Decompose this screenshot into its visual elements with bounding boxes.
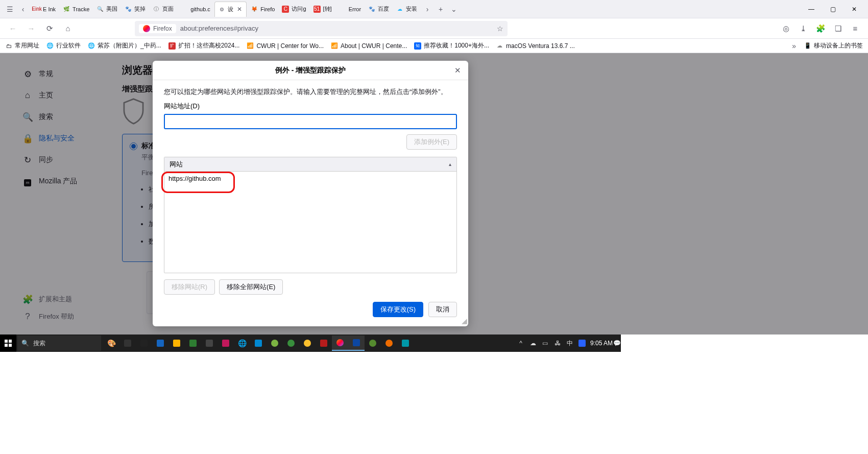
tab-label: github.co — [190, 6, 210, 12]
tray-network-icon[interactable]: 🖧 — [553, 339, 562, 347]
bookmark-item[interactable]: 🌐紫苏（附图片）_中药... — [88, 41, 161, 50]
library-button[interactable]: ❏ — [830, 21, 846, 36]
tray-chevron-icon[interactable]: ^ — [517, 339, 525, 347]
bookmark-favicon: 🗀 — [5, 42, 12, 50]
bookmark-item[interactable]: 📶CWUR | Center for Wo... — [247, 42, 324, 50]
tab-favicon — [181, 6, 188, 13]
taskbar-app-6[interactable] — [201, 336, 218, 351]
tab-favicon: Eink — [33, 6, 40, 13]
window-close-button[interactable]: ✕ — [843, 2, 865, 16]
taskbar-app-firefox[interactable] — [332, 336, 348, 351]
address-input[interactable] — [164, 114, 457, 129]
svg-rect-3 — [9, 344, 12, 347]
account-button[interactable]: ◎ — [778, 21, 793, 36]
nav-reload-button[interactable]: ⟳ — [42, 21, 57, 36]
tray-notifications-icon[interactable]: 💬 — [613, 339, 621, 347]
bookmark-item[interactable]: 🗀常用网址 — [5, 41, 39, 50]
remove-site-button[interactable]: 移除网站(R) — [164, 279, 215, 295]
url-bar[interactable]: Firefox about:preferences#privacy ☆ — [135, 21, 508, 36]
taskbar-app-9[interactable] — [250, 336, 267, 351]
all-tabs-button[interactable]: ⌄ — [447, 2, 461, 16]
nav-home-button[interactable]: ⌂ — [60, 21, 76, 36]
taskbar-app-explorer[interactable] — [168, 336, 185, 351]
bookmark-favicon: 📶 — [247, 42, 254, 50]
browser-tab[interactable]: C访问g — [279, 2, 309, 17]
identity-label: Firefox — [153, 25, 172, 32]
windows-taskbar: 🔍 搜索 🎨 🌐 ^ ☁ ▭ 🖧 中 9:05 AM 💬 — [0, 334, 621, 352]
tab-label: 页面 — [162, 5, 174, 13]
system-tray: ^ ☁ ▭ 🖧 中 — [517, 339, 590, 347]
resize-grip-icon[interactable]: ◢ — [460, 318, 467, 325]
taskbar-app-vscode[interactable] — [348, 336, 365, 351]
browser-tab[interactable]: 🐾百度 — [365, 2, 392, 17]
browser-tab[interactable]: 51[转] — [310, 2, 335, 17]
browser-tab[interactable]: 🌿Tracke — [60, 2, 92, 17]
taskbar-app-7[interactable] — [218, 336, 234, 351]
window-minimize-button[interactable]: ― — [801, 2, 822, 16]
app-menu-button[interactable]: ≡ — [848, 21, 863, 36]
tray-battery-icon[interactable]: ▭ — [541, 339, 549, 347]
tray-ime-icon[interactable]: 中 — [566, 339, 574, 347]
bookmarks-overflow-button[interactable]: » — [789, 42, 799, 50]
browser-tab[interactable]: ⓘ页面 — [150, 2, 177, 17]
add-exception-button[interactable]: 添加例外(E) — [406, 134, 457, 150]
nav-forward-button[interactable]: → — [23, 21, 39, 36]
bookmark-item[interactable]: 扩扩招！这些高校2024... — [168, 41, 240, 50]
tray-baidu-icon[interactable] — [578, 339, 586, 347]
browser-tab[interactable]: 🔍美国 — [93, 2, 120, 17]
bookmarks-bar: 🗀常用网址🌐行业软件🌐紫苏（附图片）_中药...扩扩招！这些高校2024...📶… — [0, 39, 868, 53]
browser-tab[interactable]: 🦊Firefo — [248, 2, 278, 17]
tab-favicon: ☁ — [396, 6, 403, 13]
new-tab-button[interactable]: + — [434, 2, 447, 16]
taskbar-app-1[interactable] — [119, 336, 136, 351]
browser-tab[interactable]: EinkE Ink — [30, 2, 59, 17]
tray-onedrive-icon[interactable]: ☁ — [529, 339, 537, 347]
browser-tab[interactable]: github.co — [178, 2, 213, 17]
site-row[interactable]: https://github.com — [164, 172, 456, 185]
sites-table-header[interactable]: 网站 ▴ — [164, 157, 456, 172]
taskbar-app-3[interactable] — [152, 336, 168, 351]
bookmark-label: About | CWUR | Cente... — [341, 42, 407, 50]
bookmark-item[interactable]: 📶About | CWUR | Cente... — [331, 42, 407, 50]
bookmark-star-icon[interactable]: ☆ — [497, 25, 503, 33]
taskbar-app-2[interactable] — [136, 336, 152, 351]
bookmark-label: 推荐收藏！1000+海外... — [424, 41, 489, 50]
dialog-close-button[interactable]: ✕ — [452, 65, 463, 76]
downloads-button[interactable]: ⤓ — [795, 21, 811, 36]
taskbar-app-11[interactable] — [283, 336, 299, 351]
extensions-button[interactable]: 🧩 — [813, 21, 828, 36]
taskbar-clock[interactable]: 9:05 AM — [590, 340, 613, 347]
browser-tab[interactable]: ☁安装 — [393, 2, 420, 17]
svg-rect-1 — [9, 340, 12, 343]
cancel-button[interactable]: 取消 — [428, 302, 457, 317]
bookmark-item[interactable]: ☁macOS Ventura 13.6.7 ... — [496, 42, 575, 50]
nav-back-button[interactable]: ← — [5, 21, 20, 36]
browser-tab[interactable]: Error — [336, 2, 364, 17]
taskbar-app-paint[interactable]: 🎨 — [103, 336, 119, 351]
tabs-scroll-right-button[interactable]: › — [421, 2, 434, 16]
taskbar-app-5[interactable] — [185, 336, 201, 351]
bookmark-item[interactable]: 🌐行业软件 — [46, 41, 81, 50]
taskbar-app-12[interactable] — [299, 336, 316, 351]
mobile-bookmarks-item[interactable]: 📱 移动设备上的书签 — [804, 41, 863, 50]
sidebar-toggle-button[interactable]: ☰ — [3, 2, 16, 16]
taskbar-search[interactable]: 🔍 搜索 — [17, 336, 101, 351]
taskbar-app-10[interactable] — [267, 336, 283, 351]
remove-all-sites-button[interactable]: 移除全部网站(E) — [219, 279, 283, 295]
start-button[interactable] — [0, 334, 16, 352]
identity-box[interactable]: Firefox — [139, 24, 176, 33]
taskbar-app-17[interactable] — [381, 336, 397, 351]
tabs-scroll-left-button[interactable]: ‹ — [16, 2, 30, 16]
taskbar-app-filezilla[interactable] — [316, 336, 332, 351]
taskbar-app-16[interactable] — [365, 336, 381, 351]
browser-tab[interactable]: 🐾笑掉 — [122, 2, 149, 17]
window-maximize-button[interactable]: ▢ — [822, 2, 843, 16]
browser-tab[interactable]: ⚙设✕ — [214, 2, 247, 17]
taskbar-app-chrome[interactable]: 🌐 — [234, 336, 250, 351]
tab-close-button[interactable]: ✕ — [236, 6, 243, 13]
taskbar-app-18[interactable] — [397, 336, 414, 351]
bookmark-item[interactable]: 知推荐收藏！1000+海外... — [414, 41, 489, 50]
tab-favicon: 🔍 — [97, 6, 104, 13]
save-changes-button[interactable]: 保存更改(S) — [373, 302, 423, 317]
dialog-header: 例外 - 增强型跟踪保护 ✕ — [153, 61, 468, 80]
